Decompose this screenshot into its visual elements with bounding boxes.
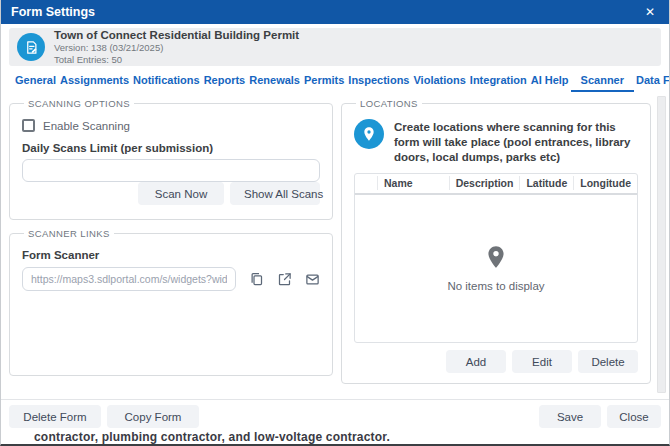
dialog-scrollbar[interactable] [657, 96, 666, 393]
save-button[interactable]: Save [539, 405, 601, 428]
form-scanner-label: Form Scanner [22, 249, 320, 261]
copy-form-button[interactable]: Copy Form [107, 405, 199, 428]
delete-location-button[interactable]: Delete [578, 350, 638, 373]
column-header-description[interactable]: Description [449, 176, 520, 190]
dialog-titlebar: Form Settings ✕ [1, 0, 669, 24]
tab-general[interactable]: General [13, 68, 58, 92]
column-header-name[interactable]: Name [377, 176, 449, 190]
screen: Form Settings ✕ Town of Connect Resident… [0, 0, 670, 446]
scanner-links-section: SCANNER LINKS Form Scanner [9, 228, 333, 376]
form-name: Town of Connect Residential Building Per… [54, 29, 299, 41]
form-info-banner: Town of Connect Residential Building Per… [9, 28, 661, 66]
tab-assignments[interactable]: Assignments [58, 68, 131, 92]
locations-table: Name Description Latitude Longitude [354, 173, 638, 343]
scan-now-button[interactable]: Scan Now [138, 182, 224, 205]
close-button[interactable]: Close [607, 405, 661, 428]
location-pin-icon [354, 119, 384, 149]
tab-permits[interactable]: Permits [302, 68, 346, 92]
enable-scanning-checkbox[interactable] [22, 119, 35, 132]
tab-violations[interactable]: Violations [411, 68, 467, 92]
email-icon[interactable] [305, 272, 320, 287]
background-page-text: contractor, plumbing contractor, and low… [1, 431, 669, 444]
tab-data-fields[interactable]: Data Fields [634, 68, 670, 92]
copy-icon[interactable] [249, 272, 264, 287]
form-document-edit-icon [17, 33, 45, 61]
open-in-new-icon[interactable] [277, 272, 292, 287]
locations-table-header: Name Description Latitude Longitude [355, 174, 637, 195]
form-settings-dialog: Form Settings ✕ Town of Connect Resident… [1, 0, 669, 433]
edit-location-button[interactable]: Edit [512, 350, 572, 373]
locations-info-row: Create locations where scanning for this… [354, 119, 638, 165]
locations-empty-state: No items to display [355, 195, 637, 342]
column-header-latitude[interactable]: Latitude [519, 176, 573, 190]
dialog-title: Form Settings [11, 5, 641, 19]
form-total-entries: Total Entries: 50 [54, 54, 299, 65]
daily-scans-limit-input[interactable] [22, 159, 320, 182]
close-icon[interactable]: ✕ [641, 4, 659, 20]
tab-integration[interactable]: Integration [468, 68, 529, 92]
empty-state-pin-icon [483, 244, 509, 274]
delete-form-button[interactable]: Delete Form [9, 405, 101, 428]
right-column: LOCATIONS Create locations where scannin… [341, 98, 651, 397]
form-scanner-url-row [22, 267, 320, 291]
tab-notifications[interactable]: Notifications [131, 68, 202, 92]
tab-ai-help[interactable]: AI Help [529, 68, 571, 92]
left-column: SCANNING OPTIONS Enable Scanning Daily S… [9, 98, 333, 397]
scan-buttons-row: Scan Now Show All Scans [22, 182, 320, 205]
tab-bar: General Assignments Notifications Report… [1, 66, 669, 94]
locations-buttons-row: Add Edit Delete [354, 350, 638, 373]
background-page-strip: contractor, plumbing contractor, and low… [1, 431, 669, 444]
dialog-content: SCANNING OPTIONS Enable Scanning Daily S… [1, 94, 669, 397]
scanner-links-legend: SCANNER LINKS [24, 228, 114, 239]
tab-inspections[interactable]: Inspections [346, 68, 411, 92]
form-scanner-url-input[interactable] [22, 267, 236, 291]
add-location-button[interactable]: Add [446, 350, 506, 373]
scanning-options-section: SCANNING OPTIONS Enable Scanning Daily S… [9, 98, 333, 220]
column-header-longitude[interactable]: Longitude [573, 176, 637, 190]
locations-description: Create locations where scanning for this… [394, 119, 638, 165]
form-info-text: Town of Connect Residential Building Per… [54, 29, 299, 65]
enable-scanning-label: Enable Scanning [43, 120, 130, 132]
enable-scanning-row: Enable Scanning [22, 119, 320, 132]
locations-legend: LOCATIONS [356, 98, 422, 109]
tab-renewals[interactable]: Renewals [247, 68, 302, 92]
locations-section: LOCATIONS Create locations where scannin… [341, 98, 651, 384]
empty-state-text: No items to display [447, 280, 544, 292]
daily-scans-limit-label: Daily Scans Limit (per submission) [22, 142, 320, 154]
tab-scanner[interactable]: Scanner [571, 68, 634, 92]
column-header-blank [355, 176, 377, 190]
form-version: Version: 138 (03/21/2025) [54, 42, 299, 53]
dialog-footer: Delete Form Copy Form Save Close [1, 399, 669, 433]
tab-reports[interactable]: Reports [202, 68, 248, 92]
show-all-scans-button[interactable]: Show All Scans [230, 182, 320, 205]
scanning-options-legend: SCANNING OPTIONS [24, 98, 134, 109]
